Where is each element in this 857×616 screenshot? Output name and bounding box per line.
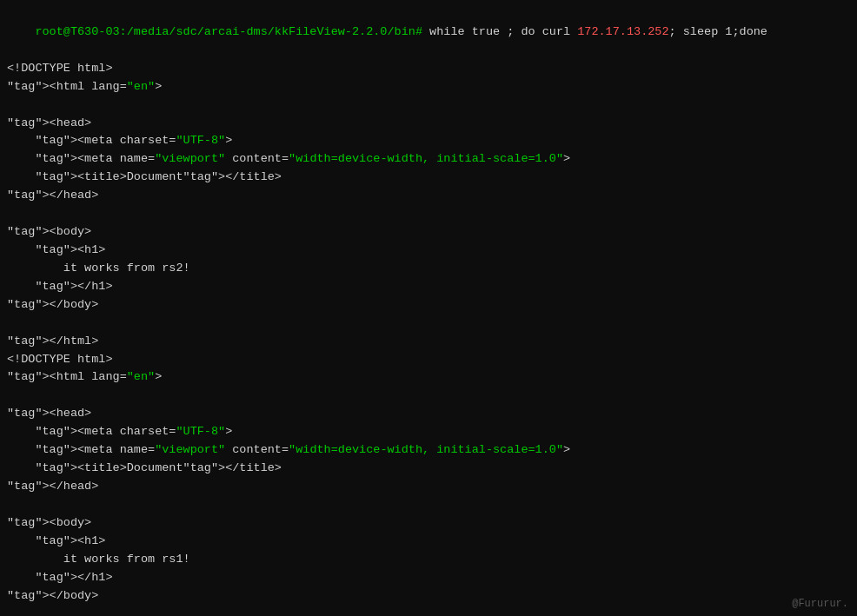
- code-line: [7, 496, 850, 514]
- code-line: [7, 605, 850, 616]
- code-line: "tag"></body>: [7, 587, 850, 606]
- code-line: "tag"><meta charset="UTF-8">: [7, 132, 850, 150]
- code-line: [7, 387, 850, 405]
- code-line: "tag"></h1>: [7, 569, 850, 587]
- code-line: "tag"></h1>: [7, 278, 850, 296]
- code-line: "tag"><body>: [7, 514, 850, 533]
- terminal-window: root@T630-03:/media/sdc/arcai-dms/kkFile…: [7, 5, 850, 616]
- html-output: <!DOCTYPE html>"tag"><html lang="en"> "t…: [7, 60, 850, 616]
- code-line: "tag"><title>Document"tag"></title>: [7, 169, 850, 187]
- command-end: ; sleep 1;done: [669, 25, 767, 38]
- command-line: root@T630-03:/media/sdc/arcai-dms/kkFile…: [7, 5, 850, 60]
- code-line: "tag"><meta charset="UTF-8">: [7, 423, 850, 441]
- code-line: "tag"></html>: [7, 333, 850, 351]
- code-line: it works from rs1!: [7, 551, 850, 569]
- code-line: "tag"><head>: [7, 115, 850, 133]
- code-line: "tag"></head>: [7, 187, 850, 205]
- code-line: <!DOCTYPE html>: [7, 60, 850, 78]
- code-line: "tag"></head>: [7, 478, 850, 496]
- code-line: "tag"><h1>: [7, 242, 850, 260]
- code-line: "tag"><h1>: [7, 533, 850, 551]
- code-line: "tag"><meta name="viewport" content="wid…: [7, 441, 850, 460]
- command-start: while true ; do curl: [422, 25, 577, 38]
- watermark: @Fururur.: [792, 596, 848, 613]
- code-line: "tag"><meta name="viewport" content="wid…: [7, 150, 850, 169]
- code-line: "tag"><html lang="en">: [7, 368, 850, 387]
- code-line: <!DOCTYPE html>: [7, 351, 850, 369]
- code-line: "tag"><body>: [7, 223, 850, 242]
- code-line: [7, 96, 850, 115]
- code-line: [7, 205, 850, 223]
- ip-address: 172.17.13.252: [577, 25, 668, 38]
- code-line: "tag"><title>Document"tag"></title>: [7, 460, 850, 478]
- code-line: it works from rs2!: [7, 260, 850, 278]
- terminal-prompt: root@T630-03:/media/sdc/arcai-dms/kkFile…: [35, 25, 422, 38]
- code-line: "tag"></body>: [7, 296, 850, 315]
- code-line: "tag"><html lang="en">: [7, 78, 850, 96]
- code-line: "tag"><head>: [7, 405, 850, 423]
- code-line: [7, 315, 850, 333]
